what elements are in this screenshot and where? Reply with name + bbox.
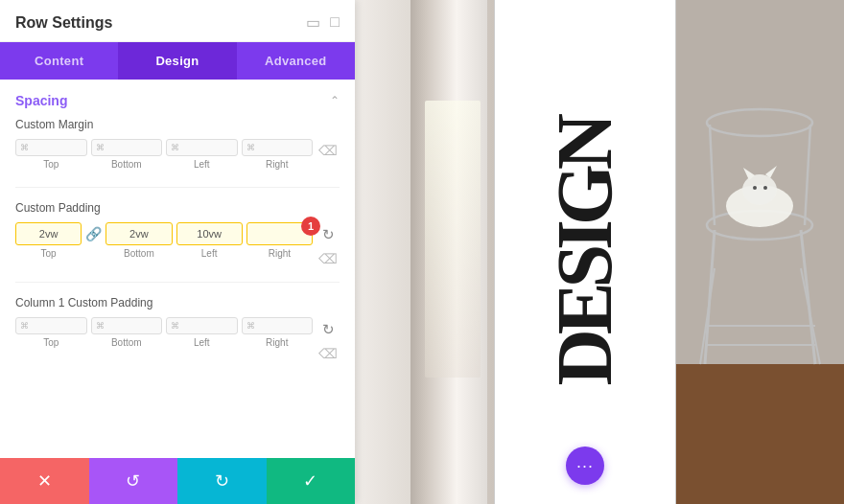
spacing-title: Spacing <box>15 93 67 108</box>
margin-bottom-group: ⌘ Bottom <box>91 139 163 170</box>
margin-left-icon: ⌘ <box>171 143 179 152</box>
tab-content[interactable]: Content <box>0 42 118 80</box>
left-image <box>355 0 494 504</box>
custom-padding-group: Custom Padding 2vw Top 🔗 <box>15 201 340 268</box>
padding-left-label: Left <box>201 248 218 259</box>
padding-right-group: 1 Right <box>246 222 313 259</box>
padding-right-badge: 1 <box>301 217 320 236</box>
margin-top-icon: ⌘ <box>20 143 29 152</box>
custom-margin-group: Custom Margin ⌘ Top ⌘ <box>15 118 340 173</box>
custom-margin-label: Custom Margin <box>15 118 340 131</box>
svg-rect-1 <box>676 364 844 504</box>
door-scene <box>355 0 494 504</box>
margin-top-group: ⌘ Top <box>15 139 87 170</box>
panel-title: Row Settings <box>15 14 112 32</box>
bottom-actions: ✕ ↺ ↻ ✓ <box>0 458 355 504</box>
tab-bar: Content Design Advanced <box>0 42 355 80</box>
padding-bottom-label: Bottom <box>124 248 154 259</box>
col-padding-top-group: ⌘ Top <box>15 317 87 348</box>
col-padding-bottom-label: Bottom <box>111 337 142 348</box>
window-light <box>425 101 481 378</box>
header-icons: ▭ □ <box>306 13 340 32</box>
col-margin-right-icon: ⌘ <box>246 321 255 331</box>
col-padding-reset-btn[interactable]: ↻ <box>316 319 340 340</box>
right-divider-line <box>675 0 676 504</box>
responsive-icon[interactable]: ▭ <box>306 13 320 32</box>
margin-right-icon: ⌘ <box>246 143 255 152</box>
custom-padding-label: Custom Padding <box>15 201 340 215</box>
padding-link-icon[interactable]: 🔗 <box>85 226 102 241</box>
chair-scene <box>676 0 844 504</box>
save-button[interactable]: ✓ <box>267 458 356 504</box>
margin-mobile-toggle[interactable]: ⌫ <box>316 141 340 160</box>
right-image <box>676 0 844 504</box>
svg-point-13 <box>742 174 777 205</box>
panel-header: Row Settings ▭ □ <box>0 0 355 42</box>
margin-bottom-icon: ⌘ <box>96 143 105 152</box>
margin-right-label: Right <box>266 159 288 170</box>
spacing-header: Spacing ⌃ <box>15 93 340 108</box>
floating-menu-button[interactable]: ··· <box>566 447 604 485</box>
padding-right-label: Right <box>269 248 291 259</box>
reset-button[interactable]: ↺ <box>89 458 178 504</box>
margin-left-group: ⌘ Left <box>166 139 238 170</box>
spacing-section: Spacing ⌃ Custom Margin ⌘ Top <box>15 93 340 363</box>
design-vertical-text: DESIGN <box>546 119 624 385</box>
design-text-area: DESIGN <box>494 0 676 504</box>
col-padding-label: Column 1 Custom Padding <box>15 296 340 309</box>
margin-bottom-label: Bottom <box>111 159 142 170</box>
spacing-chevron-icon[interactable]: ⌃ <box>330 94 340 107</box>
redo-button[interactable]: ↻ <box>177 458 267 504</box>
tab-advanced[interactable]: Advanced <box>237 42 355 80</box>
margin-top-label: Top <box>43 159 59 170</box>
cancel-button[interactable]: ✕ <box>0 458 89 504</box>
divider-2 <box>15 282 340 283</box>
padding-left-input[interactable]: 10vw <box>176 222 243 245</box>
col-margin-top-icon: ⌘ <box>20 321 29 331</box>
dots-icon: ··· <box>576 456 594 476</box>
expand-icon[interactable]: □ <box>330 13 340 32</box>
row-settings-panel: Row Settings ▭ □ Content Design Advanced… <box>0 0 355 504</box>
padding-mobile-toggle[interactable]: ⌫ <box>316 249 340 268</box>
col-padding-mobile-toggle[interactable]: ⌫ <box>316 344 340 363</box>
padding-left-group: 10vw Left <box>176 222 243 259</box>
margin-right-group: ⌘ Right <box>242 139 314 170</box>
svg-point-17 <box>763 186 767 190</box>
tab-design[interactable]: Design <box>118 42 236 80</box>
padding-top-label: Top <box>41 248 57 259</box>
left-divider-line <box>494 0 495 504</box>
margin-left-label: Left <box>194 159 210 170</box>
col-padding-group: Column 1 Custom Padding ⌘ Top ⌘ <box>15 296 340 363</box>
svg-point-16 <box>753 186 757 190</box>
col-padding-left-label: Left <box>194 337 210 348</box>
divider-1 <box>15 187 340 188</box>
panel-content: Spacing ⌃ Custom Margin ⌘ Top <box>0 80 355 458</box>
col-padding-left-group: ⌘ Left <box>166 317 238 348</box>
col-padding-bottom-group: ⌘ Bottom <box>91 317 163 348</box>
canvas-area: DESIGN <box>355 0 844 504</box>
col-margin-left-icon: ⌘ <box>171 321 179 331</box>
col-padding-right-group: ⌘ Right <box>242 317 314 348</box>
col-padding-right-label: Right <box>266 337 288 348</box>
col-margin-bottom-icon: ⌘ <box>96 321 105 331</box>
padding-top-input[interactable]: 2vw <box>15 222 82 245</box>
padding-top-group: 2vw Top <box>15 222 82 259</box>
padding-bottom-group: 2vw Bottom <box>106 222 172 259</box>
padding-bottom-input[interactable]: 2vw <box>106 222 172 245</box>
chair-svg <box>676 0 844 504</box>
col-padding-top-label: Top <box>43 337 59 348</box>
